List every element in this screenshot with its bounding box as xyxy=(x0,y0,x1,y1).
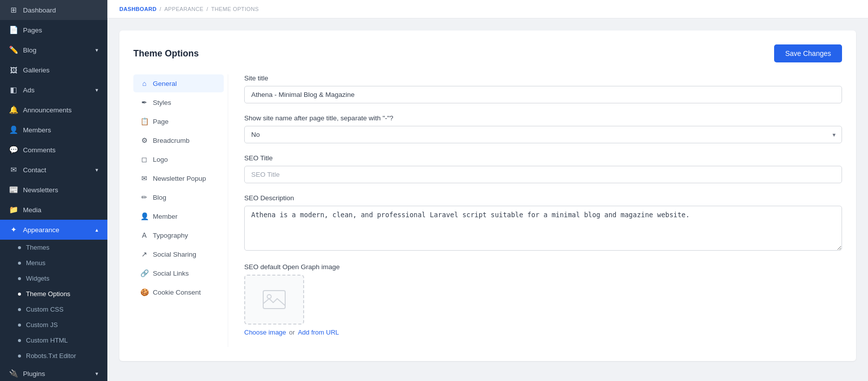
theme-options-card: Theme Options Save Changes ⌂ General ✒ S… xyxy=(119,30,856,361)
seo-og-label: SEO default Open Graph image xyxy=(244,263,842,271)
nav-item-social-sharing[interactable]: ↗ Social Sharing xyxy=(133,245,224,263)
breadcrumb-nav-icon: ⚙ xyxy=(140,136,148,144)
seo-desc-label: SEO Description xyxy=(244,194,842,202)
social-links-icon: 🔗 xyxy=(140,269,148,277)
menus-dot xyxy=(18,262,21,265)
site-title-group: Site title xyxy=(244,74,842,103)
nav-item-blog[interactable]: ✏ Blog xyxy=(133,188,224,206)
contact-icon: ✉ xyxy=(9,165,18,174)
nav-item-page[interactable]: 📋 Page xyxy=(133,112,224,130)
breadcrumb-dashboard[interactable]: Dashboard xyxy=(119,6,156,12)
sidebar-item-galleries[interactable]: 🖼 Galleries xyxy=(0,60,107,80)
custom-html-dot xyxy=(18,339,21,342)
sidebar-item-appearance[interactable]: ✦ Appearance ▴ xyxy=(0,220,107,240)
member-icon: 👤 xyxy=(140,212,148,220)
widgets-dot xyxy=(18,277,21,280)
newsletter-popup-icon: ✉ xyxy=(140,174,148,182)
announcements-icon: 🔔 xyxy=(9,105,18,114)
dashboard-icon: ⊞ xyxy=(9,5,18,14)
main-content: Dashboard / Appearance / Theme Options T… xyxy=(107,0,868,381)
card-header: Theme Options Save Changes xyxy=(133,44,842,62)
svg-point-1 xyxy=(267,295,271,299)
blog-icon: ✏️ xyxy=(9,45,18,54)
seo-desc-textarea[interactable]: Athena is a modern, clean, and professio… xyxy=(244,206,842,251)
seo-desc-group: SEO Description Athena is a modern, clea… xyxy=(244,194,842,252)
og-image-picker[interactable] xyxy=(244,275,304,325)
nav-item-styles[interactable]: ✒ Styles xyxy=(133,93,224,111)
contact-arrow-icon: ▾ xyxy=(95,167,98,173)
sidebar-subitem-theme-options[interactable]: Theme Options xyxy=(0,286,107,302)
sidebar-item-pages[interactable]: 📄 Pages xyxy=(0,20,107,40)
content-area: Theme Options Save Changes ⌂ General ✒ S… xyxy=(107,18,868,381)
galleries-icon: 🖼 xyxy=(9,65,18,74)
styles-icon: ✒ xyxy=(140,98,148,106)
sidebar-item-blog[interactable]: ✏️ Blog ▾ xyxy=(0,40,107,60)
save-changes-button[interactable]: Save Changes xyxy=(774,44,842,62)
sidebar-item-contact[interactable]: ✉ Contact ▾ xyxy=(0,160,107,180)
media-icon: 📁 xyxy=(9,205,18,214)
svg-rect-0 xyxy=(263,291,285,309)
comments-icon: 💬 xyxy=(9,145,18,154)
seo-title-input[interactable] xyxy=(244,166,842,183)
image-placeholder-icon xyxy=(262,290,286,310)
pages-icon: 📄 xyxy=(9,25,18,34)
options-form: Site title Show site name after page tit… xyxy=(228,74,842,347)
site-title-input[interactable] xyxy=(244,86,842,103)
show-site-name-select[interactable]: No Yes xyxy=(244,126,842,143)
nav-item-member[interactable]: 👤 Member xyxy=(133,207,224,225)
choose-image-link[interactable]: Choose image xyxy=(244,329,286,336)
options-nav: ⌂ General ✒ Styles 📋 Page ⚙ Breadcrumb xyxy=(133,74,228,347)
newsletters-icon: 📰 xyxy=(9,185,18,194)
show-site-name-group: Show site name after page title, separat… xyxy=(244,114,842,143)
custom-js-dot xyxy=(18,324,21,327)
sidebar-subitem-menus[interactable]: Menus xyxy=(0,255,107,271)
sidebar-item-members[interactable]: 👤 Members xyxy=(0,120,107,140)
breadcrumb-sep-1: / xyxy=(159,6,161,12)
plugins-arrow-icon: ▾ xyxy=(95,371,98,377)
sidebar-item-announcements[interactable]: 🔔 Announcements xyxy=(0,100,107,120)
nav-item-cookie-consent[interactable]: 🍪 Cookie Consent xyxy=(133,283,224,301)
nav-item-logo[interactable]: ◻ Logo xyxy=(133,150,224,168)
robots-dot xyxy=(18,355,21,358)
sidebar-item-comments[interactable]: 💬 Comments xyxy=(0,140,107,160)
sidebar-subitem-widgets[interactable]: Widgets xyxy=(0,271,107,286)
sidebar-subitem-robots[interactable]: Robots.Txt Editor xyxy=(0,348,107,364)
sidebar-subitem-custom-css[interactable]: Custom CSS xyxy=(0,302,107,317)
blog-arrow-icon: ▾ xyxy=(95,47,98,53)
sidebar-item-plugins[interactable]: 🔌 Plugins ▾ xyxy=(0,364,107,381)
seo-og-group: SEO default Open Graph image Choose imag… xyxy=(244,263,842,336)
appearance-arrow-icon: ▴ xyxy=(95,227,98,233)
sidebar-item-dashboard[interactable]: ⊞ Dashboard xyxy=(0,0,107,20)
plugins-icon: 🔌 xyxy=(9,369,18,378)
page-title: Theme Options xyxy=(133,48,199,59)
add-from-url-link[interactable]: Add from URL xyxy=(298,329,339,336)
social-sharing-icon: ↗ xyxy=(140,250,148,258)
sidebar-subitem-custom-html[interactable]: Custom HTML xyxy=(0,333,107,348)
themes-dot xyxy=(18,246,21,249)
blog-nav-icon: ✏ xyxy=(140,193,148,201)
nav-item-typography[interactable]: A Typography xyxy=(133,226,224,244)
card-body: ⌂ General ✒ Styles 📋 Page ⚙ Breadcrumb xyxy=(133,74,842,347)
or-text: or xyxy=(289,329,295,336)
sidebar-subitem-custom-js[interactable]: Custom JS xyxy=(0,317,107,333)
show-site-name-select-wrap: No Yes ▾ xyxy=(244,126,842,143)
show-site-name-label: Show site name after page title, separat… xyxy=(244,114,842,122)
logo-icon: ◻ xyxy=(140,155,148,163)
theme-options-dot xyxy=(18,293,21,296)
sidebar-subitem-themes[interactable]: Themes xyxy=(0,240,107,255)
page-icon: 📋 xyxy=(140,117,148,125)
nav-item-social-links[interactable]: 🔗 Social Links xyxy=(133,264,224,282)
nav-item-newsletter-popup[interactable]: ✉ Newsletter Popup xyxy=(133,169,224,187)
cookie-consent-icon: 🍪 xyxy=(140,288,148,296)
sidebar-item-newsletters[interactable]: 📰 Newsletters xyxy=(0,180,107,200)
sidebar: ⊞ Dashboard 📄 Pages ✏️ Blog ▾ 🖼 Gallerie… xyxy=(0,0,107,381)
breadcrumb-appearance: Appearance xyxy=(164,6,204,12)
nav-item-general[interactable]: ⌂ General xyxy=(133,74,224,92)
sidebar-item-ads[interactable]: ◧ Ads ▾ xyxy=(0,80,107,100)
breadcrumb-theme-options: Theme Options xyxy=(211,6,259,12)
custom-css-dot xyxy=(18,308,21,311)
breadcrumb: Dashboard / Appearance / Theme Options xyxy=(107,0,868,18)
sidebar-item-media[interactable]: 📁 Media xyxy=(0,200,107,220)
site-title-label: Site title xyxy=(244,74,842,82)
nav-item-breadcrumb[interactable]: ⚙ Breadcrumb xyxy=(133,131,224,149)
